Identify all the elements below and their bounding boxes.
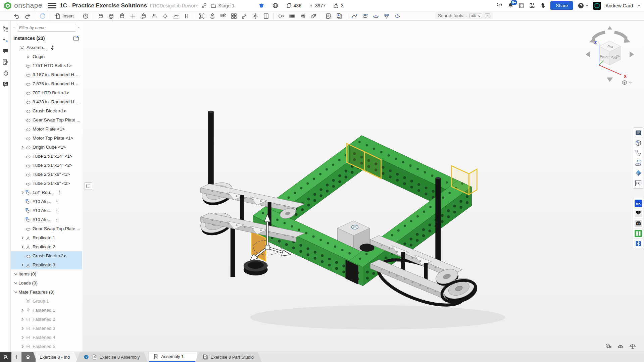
tree-item-motor-top-plate-1[interactable]: Motor Top Plate <1> [11,134,82,143]
expand-chevron-icon[interactable] [19,245,25,249]
ball-mate-button[interactable] [160,12,170,20]
pattern-tool-button[interactable] [229,12,239,20]
filter-icon[interactable] [13,25,15,31]
named-positions-button[interactable] [261,12,271,20]
learning-assistant-button[interactable] [540,2,546,9]
belt-relation-button[interactable] [309,12,318,20]
revolute-mate-button[interactable] [107,12,116,20]
search-document-button[interactable] [1,80,9,88]
pin-slot-mate-button[interactable] [150,12,159,20]
feature-list-button[interactable] [1,25,9,33]
collapse-chevron-icon[interactable] [13,290,18,294]
configuration-dots-icon[interactable] [54,208,59,213]
expand-chevron-icon[interactable] [19,335,25,340]
expand-chevron-icon[interactable] [19,326,25,330]
home-tab-button[interactable] [21,352,37,362]
section-mate-features-8[interactable]: Mate Features (8) [11,288,82,297]
tree-item-replicate-1[interactable]: Replicate 1 [11,233,82,242]
expand-chevron-icon[interactable] [19,191,25,195]
public-globe-icon[interactable] [272,2,279,9]
tree-item-motor-plate-1[interactable]: Motor Plate <1> [11,124,82,134]
gear-relation-button[interactable] [277,12,286,20]
app-store-button[interactable] [529,2,535,9]
expand-chevron-icon[interactable] [19,145,25,149]
tape-measure-button[interactable] [605,343,612,350]
planar-mate-button[interactable] [128,12,138,20]
spline-tool-button[interactable] [350,12,359,20]
derived-part-button[interactable] [633,148,643,158]
rollback-button[interactable] [38,12,47,20]
transform-tool-button[interactable] [240,12,249,20]
tree-item-70t-htd-belt-1[interactable]: 70T HTD Belt <1> [11,88,82,97]
tangent-mate-button[interactable] [171,12,181,20]
replicate-tool-button[interactable] [218,12,228,20]
tree-item-assemb[interactable]: Assemb... [11,43,82,52]
tree-item-tube-2-x1-x14-2[interactable]: Tube 2"x1"x14" <2> [11,161,82,170]
expand-chevron-icon[interactable] [19,236,25,240]
avatar[interactable] [593,2,601,10]
viewcube-arrow-up[interactable] [607,26,612,30]
butterfly-app-button[interactable] [633,208,643,218]
mate-connector-point[interactable] [352,225,358,229]
section-loads-0[interactable]: Loads (0) [11,278,82,288]
create-folder-icon[interactable] [73,36,79,41]
search-tools[interactable]: Search tools... alt/⌥ c [435,12,493,19]
tree-item-10-alu[interactable]: #10 Alu... [11,206,82,215]
bom-table-button[interactable] [633,128,643,138]
fix-anchor-icon[interactable] [50,45,55,50]
undo-button[interactable] [12,12,21,20]
notifications-button[interactable]: 9+ [507,2,514,9]
list-view-icon[interactable] [78,25,80,31]
configuration-dots-icon[interactable] [54,199,59,204]
3d-viewport[interactable]: Top Front Right Z X MK [83,21,644,352]
insert-structure-button[interactable] [335,12,344,20]
main-menu-button[interactable] [48,2,56,9]
viewcube-arrow-right[interactable] [630,51,634,57]
blue-book-app-button[interactable] [633,239,643,249]
tree-item-fastened-2[interactable]: Fastened 2 [11,315,82,324]
screw-relation-button[interactable] [298,12,307,20]
versions-code-icon[interactable] [496,2,503,9]
tree-item-10-alu[interactable]: #10 Alu... [11,197,82,206]
tree-item-7-875-in-rounded-hex[interactable]: 7.875 in. Rounded Hex... [11,79,82,88]
learning-center-icon[interactable] [258,2,265,9]
mass-scale-button[interactable] [629,343,636,350]
revolve-tool-button[interactable] [360,12,370,20]
tree-item-group-1[interactable]: Group 1 [11,297,82,306]
sketch-overlay-button[interactable] [633,158,643,168]
tree-item-1-2-rou[interactable]: 1/2" Rou... [11,188,82,197]
explode-tool-button[interactable] [251,12,260,20]
protractor-button[interactable] [617,343,624,350]
tree-item-crush-block-2[interactable]: Crush Block <2> [11,251,82,260]
tree-item-replicate-3[interactable]: Replicate 3 [11,260,82,269]
expand-chevron-icon[interactable] [19,317,25,321]
fx-variables-button[interactable] [633,178,643,188]
tree-item-tube-2-x1-x6-2[interactable]: Tube 2"x1"x6" <2> [11,179,82,188]
tree-item-10-alu[interactable]: #10 Alu... [11,215,82,224]
mk-app-button[interactable]: MK [633,198,643,208]
collapse-chevron-icon[interactable] [13,272,18,276]
green-book-app-button[interactable] [633,228,643,239]
configuration-dots-icon[interactable] [57,190,62,195]
panel-handle-button[interactable] [85,182,92,190]
new-tab-button[interactable] [11,352,21,362]
tree-item-175t-htd-belt-1[interactable]: 175T HTD Belt <1> [11,61,82,70]
copies-stat[interactable]: 436 [286,3,301,9]
document-tab-exercise-8-part-studio[interactable]: Exercise 8 Part Studio [195,352,262,362]
tree-item-tube-2-x1-x14-1[interactable]: Tube 2"x1"x14" <1> [11,152,82,161]
mate-connector-button[interactable] [208,12,217,20]
tree-item-fastened-1[interactable]: Fastened 1 [11,306,82,315]
collapse-chevron-icon[interactable] [13,281,18,285]
tree-item-fastened-5[interactable]: Fastened 5 [11,342,82,351]
app-diamond-button[interactable] [633,168,643,178]
fastened-mate-button[interactable] [96,12,105,20]
expand-chevron-icon[interactable] [19,263,25,267]
loft-tool-button[interactable] [371,12,381,20]
tree-item-origin[interactable]: Origin [11,52,82,61]
tree-item-tube-2-x1-x6-1[interactable]: Tube 2"x1"x6" <1> [11,170,82,179]
tree-item-gear-swap-top-plate[interactable]: Gear Swap Top Plate ... [11,115,82,124]
assembly-model[interactable] [83,21,644,352]
versions-stat[interactable]: 3977 [309,2,326,9]
bom-tool-button[interactable] [324,12,333,20]
cylindrical-mate-button[interactable] [139,12,148,20]
